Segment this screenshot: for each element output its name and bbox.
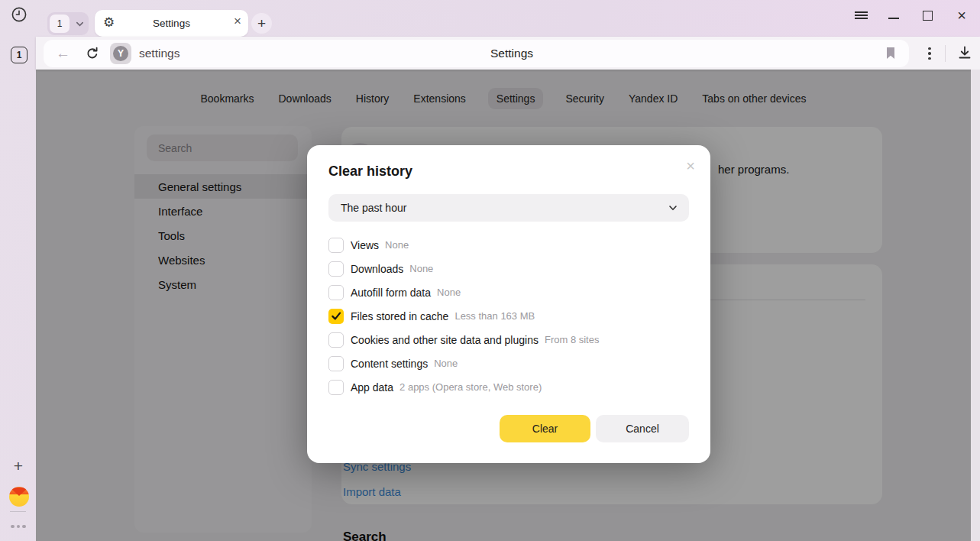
option-label: App data (351, 381, 393, 394)
clear-button[interactable]: Clear (500, 415, 590, 442)
checkbox[interactable] (328, 285, 344, 300)
download-icon[interactable] (956, 44, 973, 64)
option-detail: None (385, 239, 409, 251)
left-rail: 1 + (0, 0, 36, 541)
tab-close-icon[interactable]: × (234, 14, 241, 29)
new-tab-button[interactable]: + (251, 13, 272, 34)
clear-option-cookies-and-other-site-data-and-plugins[interactable]: Cookies and other site data and pluginsF… (328, 328, 689, 351)
option-detail: Less than 163 MB (454, 310, 535, 322)
checkbox[interactable] (328, 332, 344, 348)
checkbox[interactable] (328, 261, 344, 277)
dialog-close-icon[interactable]: × (683, 154, 698, 178)
rail-more-icon[interactable] (9, 523, 27, 530)
option-detail: None (409, 263, 433, 274)
yandex-logo-icon: Y (113, 46, 128, 61)
clear-option-app-data[interactable]: App data2 apps (Opera store, Web store) (328, 375, 689, 399)
checkbox-checked[interactable] (328, 309, 344, 324)
clear-option-views[interactable]: ViewsNone (328, 233, 689, 257)
site-icon-chip[interactable]: Y (110, 43, 131, 64)
browser-menu-icon[interactable] (851, 5, 871, 25)
history-clock-icon[interactable] (11, 6, 27, 23)
clear-history-dialog: Clear history × The past hour ViewsNoneD… (307, 145, 710, 463)
minimize-button[interactable] (884, 5, 904, 25)
chevron-down-icon (668, 202, 678, 213)
gear-icon: ⚙ (103, 15, 115, 31)
toolbar: ← Y settings Settings (36, 37, 980, 70)
option-label: Autofill form data (351, 287, 431, 299)
page-scrollbar[interactable] (971, 70, 980, 541)
clear-option-autofill-form-data[interactable]: Autofill form dataNone (328, 280, 689, 304)
back-icon[interactable]: ← (56, 45, 70, 62)
option-detail: 2 apps (Opera store, Web store) (399, 381, 542, 393)
toolbar-divider (945, 45, 946, 62)
checkbox[interactable] (328, 380, 344, 395)
dialog-title: Clear history (328, 164, 412, 180)
tab-group-count[interactable]: 1 (50, 15, 70, 33)
option-label: Files stored in cache (351, 310, 448, 322)
maximize-button[interactable] (917, 5, 937, 25)
option-detail: None (437, 287, 461, 298)
browser-tab-settings[interactable]: ⚙ Settings × (95, 10, 248, 37)
clear-option-content-settings[interactable]: Content settingsNone (328, 351, 689, 375)
option-label: Views (351, 239, 379, 251)
time-range-select[interactable]: The past hour (328, 194, 689, 222)
bookmark-icon[interactable] (884, 46, 898, 64)
cancel-button[interactable]: Cancel (596, 415, 689, 442)
reload-icon[interactable] (85, 46, 100, 64)
option-label: Downloads (351, 263, 403, 275)
clear-options-list: ViewsNoneDownloadsNoneAutofill form data… (328, 233, 689, 399)
clear-option-files-stored-in-cache[interactable]: Files stored in cacheLess than 163 MB (328, 304, 689, 328)
rail-add-icon[interactable]: + (10, 458, 27, 475)
option-label: Content settings (351, 358, 428, 370)
chevron-down-icon[interactable] (75, 18, 85, 32)
address-bar-page-title: Settings (490, 47, 533, 60)
option-detail: From 8 sites (545, 334, 600, 345)
tab-group-pill[interactable]: 1 (47, 12, 89, 35)
checkbox[interactable] (328, 238, 344, 253)
clear-option-downloads[interactable]: DownloadsNone (328, 257, 689, 280)
kebab-menu-icon[interactable] (920, 44, 939, 63)
url-text[interactable]: settings (139, 47, 180, 60)
option-label: Cookies and other site data and plugins (351, 334, 539, 346)
tab-title: Settings (95, 18, 248, 29)
rail-divider (10, 511, 26, 512)
checkbox[interactable] (328, 356, 344, 371)
yandex-mail-icon[interactable] (9, 487, 29, 507)
address-bar[interactable]: ← Y settings Settings (44, 40, 909, 67)
window-close-button[interactable]: × (952, 5, 972, 25)
option-detail: None (434, 358, 458, 369)
tab-counter-badge[interactable]: 1 (11, 47, 27, 63)
time-range-value: The past hour (341, 202, 668, 214)
